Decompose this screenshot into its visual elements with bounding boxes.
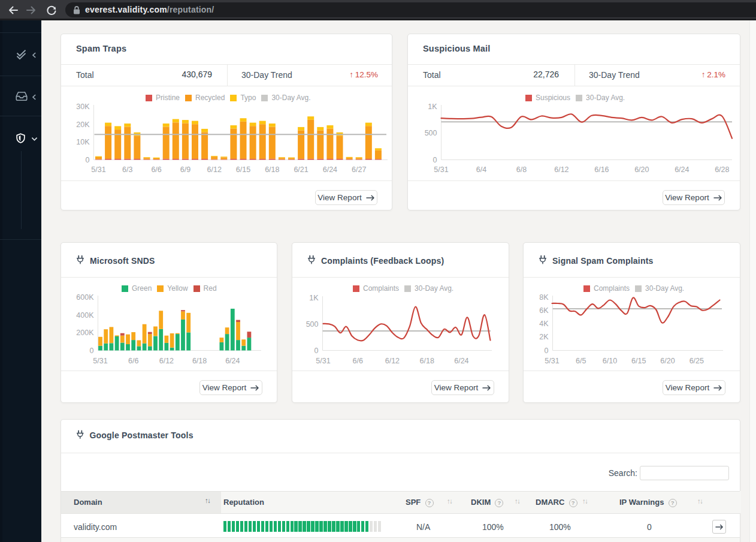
- svg-text:5/31: 5/31: [434, 165, 448, 174]
- svg-text:5/31: 5/31: [91, 165, 105, 174]
- svg-text:500: 500: [425, 129, 437, 137]
- svg-text:5/31: 5/31: [93, 357, 107, 365]
- svg-text:6/12: 6/12: [159, 357, 174, 365]
- svg-text:600K: 600K: [76, 293, 94, 302]
- svg-text:6/16: 6/16: [594, 165, 609, 174]
- svg-text:6/12: 6/12: [554, 165, 568, 174]
- svg-text:5/31: 5/31: [316, 357, 330, 365]
- svg-text:6/27: 6/27: [352, 165, 366, 174]
- svg-text:6/6: 6/6: [128, 357, 138, 365]
- svg-text:8K: 8K: [539, 293, 549, 302]
- svg-text:6/8: 6/8: [516, 165, 527, 174]
- svg-text:500: 500: [306, 320, 319, 329]
- svg-text:0: 0: [433, 156, 437, 164]
- svg-text:1K: 1K: [309, 294, 319, 302]
- svg-text:6/18: 6/18: [265, 165, 279, 174]
- svg-text:6/24: 6/24: [323, 165, 337, 174]
- svg-text:6/24: 6/24: [225, 357, 240, 365]
- svg-text:0: 0: [545, 347, 549, 355]
- svg-text:6/12: 6/12: [207, 165, 222, 174]
- svg-text:6/10: 6/10: [603, 357, 617, 365]
- svg-text:0: 0: [315, 347, 319, 355]
- svg-text:400K: 400K: [76, 311, 94, 320]
- svg-text:6/9: 6/9: [180, 165, 190, 174]
- svg-text:1K: 1K: [428, 103, 437, 111]
- svg-text:6/12: 6/12: [385, 357, 400, 365]
- svg-text:6/21: 6/21: [294, 165, 308, 174]
- svg-text:6/4: 6/4: [476, 165, 486, 174]
- svg-text:6/18: 6/18: [192, 357, 207, 365]
- svg-text:6/6: 6/6: [151, 165, 161, 174]
- svg-text:0: 0: [90, 347, 94, 355]
- svg-text:0: 0: [86, 156, 90, 164]
- svg-text:10K: 10K: [76, 138, 90, 146]
- svg-text:6/18: 6/18: [420, 357, 434, 365]
- svg-text:30K: 30K: [76, 103, 90, 111]
- svg-text:6/28: 6/28: [715, 165, 729, 174]
- svg-text:6/6: 6/6: [353, 357, 363, 365]
- svg-text:6/20: 6/20: [660, 357, 675, 365]
- svg-text:200K: 200K: [76, 329, 94, 337]
- svg-text:6/5: 6/5: [576, 357, 586, 365]
- svg-text:6/25: 6/25: [690, 357, 704, 365]
- svg-text:4K: 4K: [539, 320, 549, 328]
- svg-text:6K: 6K: [539, 306, 549, 315]
- svg-text:2K: 2K: [539, 333, 549, 341]
- svg-text:6/15: 6/15: [631, 357, 646, 365]
- svg-text:6/24: 6/24: [675, 165, 689, 174]
- svg-text:6/24: 6/24: [454, 357, 468, 365]
- svg-text:6/3: 6/3: [122, 165, 132, 174]
- svg-text:20K: 20K: [76, 121, 90, 129]
- svg-text:5/31: 5/31: [545, 357, 559, 365]
- svg-text:6/20: 6/20: [634, 165, 649, 174]
- svg-text:6/15: 6/15: [236, 165, 250, 174]
